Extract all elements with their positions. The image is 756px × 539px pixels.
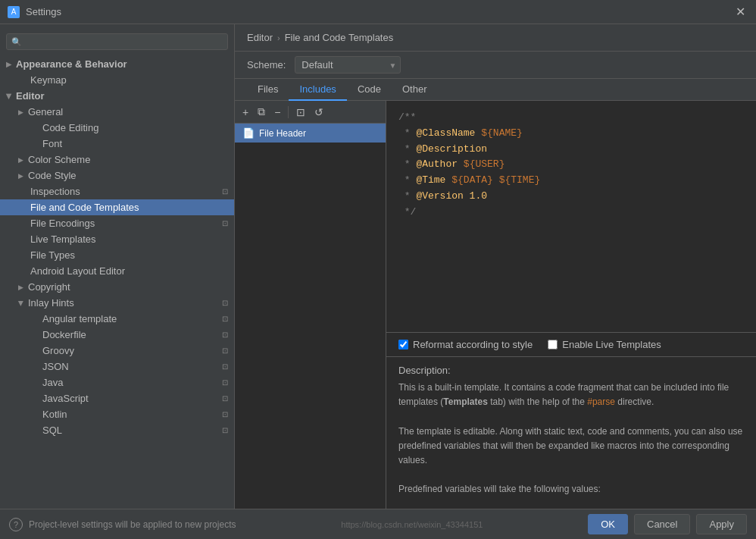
sidebar-item-inspections[interactable]: Inspections⊡ (0, 183, 234, 199)
desc-para-3: Predefined variables will take the follo… (398, 484, 601, 494)
sidebar-icon-kotlin: ⊡ (222, 410, 228, 418)
breadcrumb-arrow: › (277, 33, 280, 42)
sidebar-item-code-editing[interactable]: Code Editing (0, 120, 234, 136)
editor-right: /** * @ClassName ${NAME} * @Description … (386, 101, 756, 509)
reset-template-button[interactable]: ⊡ (293, 105, 308, 120)
sidebar-item-general[interactable]: ▶General (0, 104, 234, 120)
close-button[interactable]: ✕ (733, 3, 748, 20)
sidebar-item-appearance[interactable]: ▶Appearance & Behavior (0, 56, 234, 72)
window-title: Settings (26, 6, 61, 17)
reformat-checkbox-wrap[interactable]: Reformat according to style (398, 339, 533, 350)
code-var-name: ${NAME} (481, 127, 523, 139)
sidebar-item-live-templates[interactable]: Live Templates (0, 231, 234, 247)
sidebar-item-code-style[interactable]: ▶Code Style (0, 168, 234, 183)
title-bar-left: A Settings (8, 6, 61, 18)
sidebar-icon-inspections: ⊡ (222, 187, 228, 196)
sidebar-item-kotlin[interactable]: Kotlin⊡ (0, 406, 234, 422)
expand-arrow-copyright: ▶ (18, 284, 23, 291)
code-editor[interactable]: /** * @ClassName ${NAME} * @Description … (386, 101, 756, 333)
button-group: OK Cancel Apply (588, 514, 747, 534)
tabs-bar: Files Includes Code Other (235, 79, 756, 101)
expand-arrow-appearance: ▶ (6, 61, 11, 68)
sidebar-item-editor[interactable]: ▶Editor (0, 88, 234, 104)
sidebar-label-kotlin: Kotlin (42, 409, 67, 420)
code-var-data: ${DATA} (451, 174, 493, 186)
sidebar-label-appearance: Appearance & Behavior (16, 58, 127, 70)
copy-template-button[interactable]: ⧉ (255, 104, 268, 120)
sidebar-item-file-code-templates[interactable]: File and Code Templates (0, 199, 234, 215)
sidebar-item-copyright[interactable]: ▶Copyright (0, 279, 234, 295)
sidebar-item-android-layout[interactable]: Android Layout Editor (0, 263, 234, 279)
scheme-select[interactable]: Default Project (295, 56, 401, 74)
search-box[interactable]: 🔍 (6, 33, 228, 50)
template-items: 📄 File Header (235, 124, 386, 509)
reformat-checkbox[interactable] (398, 340, 408, 349)
sidebar-icon-dockerfile: ⊡ (222, 331, 228, 339)
revert-template-button[interactable]: ↺ (311, 105, 326, 120)
sidebar-item-sql[interactable]: SQL⊡ (0, 422, 234, 438)
sidebar-item-color-scheme[interactable]: ▶Color Scheme (0, 152, 234, 168)
live-templates-label: Enable Live Templates (562, 339, 661, 350)
template-file-icon: 📄 (242, 127, 255, 139)
code-line-1: /** (398, 111, 416, 123)
search-icon: 🔍 (11, 37, 22, 47)
sidebar-items-container: ▶Appearance & BehaviorKeymap▶Editor▶Gene… (0, 56, 234, 438)
description-text: This is a built-in template. It contains… (398, 381, 744, 509)
scheme-row: Scheme: Default Project (235, 52, 756, 79)
sidebar-label-javascript: JavaScript (42, 393, 89, 404)
sidebar-label-general: General (28, 106, 63, 118)
tab-other[interactable]: Other (392, 79, 438, 101)
scheme-select-wrap[interactable]: Default Project (295, 56, 401, 74)
breadcrumb: Editor › File and Code Templates (235, 24, 756, 52)
code-version: @Version 1.0 (416, 190, 487, 202)
breadcrumb-parent: Editor (247, 32, 273, 43)
sidebar-label-json: JSON (42, 361, 69, 372)
apply-button[interactable]: Apply (696, 514, 747, 534)
sidebar-icon-java: ⊡ (222, 378, 228, 387)
sidebar-item-keymap[interactable]: Keymap (0, 72, 234, 88)
template-toolbar: + ⧉ − ⊡ ↺ (235, 101, 386, 124)
project-info-text: Project-level settings will be applied t… (29, 519, 236, 530)
search-input[interactable] (25, 36, 223, 47)
sidebar-item-java[interactable]: Java⊡ (0, 374, 234, 390)
sidebar-item-dockerfile[interactable]: Dockerfile⊡ (0, 327, 234, 343)
app-icon: A (8, 6, 20, 18)
template-item-file-header[interactable]: 📄 File Header (235, 124, 386, 143)
sidebar-item-font[interactable]: Font (0, 136, 234, 152)
ok-button[interactable]: OK (588, 514, 628, 534)
sidebar-label-inlay-hints: Inlay Hints (28, 297, 74, 309)
sidebar-item-file-encodings[interactable]: File Encodings⊡ (0, 215, 234, 231)
desc-var-row-1: ${PACKAGE_NAME} name of the package in w… (400, 506, 742, 509)
sidebar-icon-sql: ⊡ (222, 426, 228, 434)
sidebar-label-java: Java (42, 377, 63, 388)
live-templates-checkbox-wrap[interactable]: Enable Live Templates (548, 339, 661, 350)
remove-template-button[interactable]: − (271, 105, 283, 120)
live-templates-checkbox[interactable] (548, 340, 558, 349)
code-time: @Time (416, 174, 445, 186)
tab-files[interactable]: Files (247, 79, 289, 101)
bottom-options: Reformat according to style Enable Live … (386, 333, 756, 357)
sidebar-icon-javascript: ⊡ (222, 394, 228, 403)
code-star-4: * (398, 158, 416, 170)
title-bar: A Settings ✕ (0, 0, 756, 24)
sidebar-item-angular[interactable]: Angular template⊡ (0, 311, 234, 327)
sidebar-label-dockerfile: Dockerfile (42, 329, 86, 340)
add-template-button[interactable]: + (239, 105, 251, 120)
breadcrumb-current: File and Code Templates (285, 32, 394, 43)
sidebar-label-angular: Angular template (42, 313, 117, 324)
help-button[interactable]: ? (9, 518, 23, 531)
sidebar-label-file-encodings: File Encodings (30, 218, 95, 229)
sidebar-item-javascript[interactable]: JavaScript⊡ (0, 390, 234, 406)
tab-code[interactable]: Code (347, 79, 392, 101)
sidebar-item-inlay-hints[interactable]: ▶Inlay Hints⊡ (0, 295, 234, 311)
bottom-left: ? Project-level settings will be applied… (9, 518, 236, 531)
sidebar-item-json[interactable]: JSON⊡ (0, 359, 234, 374)
code-var-time: ${TIME} (499, 174, 541, 186)
sidebar-label-file-types: File Types (30, 249, 75, 261)
sidebar-item-file-types[interactable]: File Types (0, 247, 234, 263)
tab-includes[interactable]: Includes (289, 79, 346, 101)
watermark-text: https://blog.csdn.net/weixin_43344151 (341, 520, 483, 529)
sidebar-item-groovy[interactable]: Groovy⊡ (0, 343, 234, 359)
description-area: Description: This is a built-in template… (386, 357, 756, 509)
cancel-button[interactable]: Cancel (634, 514, 690, 534)
